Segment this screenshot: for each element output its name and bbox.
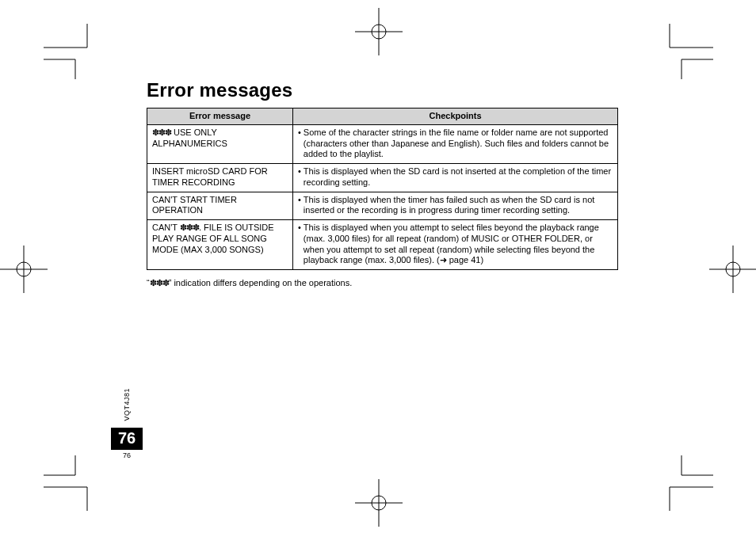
checkpoint-cell: • Some of the character strings in the f… bbox=[293, 124, 618, 163]
table-row: CAN'T START TIMER OPERATION • This is di… bbox=[147, 192, 618, 220]
error-message-cell: INSERT microSD CARD FOR TIMER RECORDING bbox=[147, 164, 293, 192]
svg-point-5 bbox=[372, 496, 386, 510]
page-title: Error messages bbox=[147, 79, 618, 101]
crop-mark-tr bbox=[650, 24, 713, 79]
crop-mark-tl bbox=[44, 24, 107, 79]
checkpoint-text: This is displayed when the timer has fai… bbox=[304, 195, 613, 217]
page-number: 76 bbox=[111, 428, 143, 450]
footnote-post: ” indication differs depending on the op… bbox=[169, 278, 353, 287]
bullet-icon: • bbox=[298, 166, 304, 188]
page-number-block: VQT4J81 76 76 bbox=[111, 388, 143, 459]
crop-mark-bl bbox=[44, 455, 107, 511]
error-message-cell: CAN'T ✽✽✽. FILE IS OUTSIDE PLAY RANGE OF… bbox=[147, 220, 293, 270]
checkpoint-cell: • This is displayed when you attempt to … bbox=[293, 220, 618, 270]
error-table: Error message Checkpoints ✽✽✽ USE ONLY A… bbox=[147, 108, 618, 270]
page-content: Error messages Error message Checkpoints… bbox=[147, 79, 618, 288]
table-row: INSERT microSD CARD FOR TIMER RECORDING … bbox=[147, 164, 618, 192]
doc-code: VQT4J81 bbox=[123, 388, 131, 421]
bullet-icon: • bbox=[298, 223, 304, 266]
svg-point-2 bbox=[372, 25, 386, 39]
table-row: ✽✽✽ USE ONLY ALPHANUMERICS • Some of the… bbox=[147, 124, 618, 163]
asterisks: ✽✽✽ bbox=[150, 278, 169, 287]
footnote: “✽✽✽” indication differs depending on th… bbox=[147, 278, 618, 288]
page-number-tiny: 76 bbox=[111, 451, 143, 459]
checkpoint-cell: • This is displayed when the timer has f… bbox=[293, 192, 618, 220]
bullet-icon: • bbox=[298, 128, 304, 160]
crop-mark-br bbox=[650, 455, 713, 511]
reg-mark-left bbox=[0, 246, 48, 293]
th-error-message: Error message bbox=[147, 109, 293, 125]
error-message-cell: CAN'T START TIMER OPERATION bbox=[147, 192, 293, 220]
checkpoint-text: Some of the character strings in the fil… bbox=[304, 128, 613, 160]
svg-point-11 bbox=[726, 262, 740, 276]
reg-mark-bottom bbox=[355, 479, 403, 527]
svg-point-8 bbox=[17, 262, 31, 276]
th-checkpoints: Checkpoints bbox=[293, 109, 618, 125]
checkpoint-text: This is displayed when you attempt to se… bbox=[304, 223, 613, 266]
reg-mark-right bbox=[709, 246, 756, 293]
error-message-prefix: CAN'T bbox=[152, 223, 180, 232]
table-row: CAN'T ✽✽✽. FILE IS OUTSIDE PLAY RANGE OF… bbox=[147, 220, 618, 270]
checkpoint-cell: • This is displayed when the SD card is … bbox=[293, 164, 618, 192]
asterisks: ✽✽✽ bbox=[180, 223, 199, 232]
reg-mark-top bbox=[355, 8, 403, 55]
error-message-cell: ✽✽✽ USE ONLY ALPHANUMERICS bbox=[147, 124, 293, 163]
bullet-icon: • bbox=[298, 195, 304, 217]
asterisks: ✽✽✽ bbox=[152, 128, 171, 137]
checkpoint-text: This is displayed when the SD card is no… bbox=[304, 166, 613, 188]
